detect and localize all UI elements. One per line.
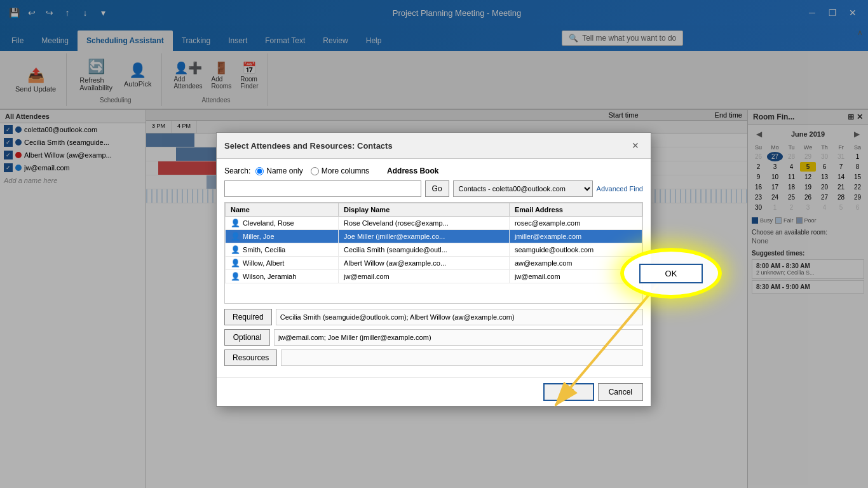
dialog-title: Select Attendees and Resources: Contacts	[224, 141, 393, 151]
contact-name-4: 👤Wilson, Jeramiah	[226, 270, 339, 283]
dialog-body: Search: Name only More columns Address B…	[217, 159, 651, 377]
resources-field-row: Resources	[224, 349, 643, 366]
dialog-close-button[interactable]: ✕	[628, 138, 643, 153]
address-book-header: Address Book	[387, 166, 438, 175]
radio-name-only-label: Name only	[266, 166, 302, 175]
table-row[interactable]: 👤Miller, Joe Joe Miller (jmiller@example…	[226, 230, 642, 243]
contact-name-0: 👤Cleveland, Rose	[226, 217, 339, 230]
dialog-overlay: Select Attendees and Resources: Contacts…	[0, 0, 868, 488]
select-attendees-dialog: Select Attendees and Resources: Contacts…	[216, 132, 651, 407]
search-row: Search: Name only More columns Address B…	[224, 166, 643, 175]
advanced-find-link[interactable]: Advanced Find	[597, 185, 643, 193]
radio-name-only[interactable]: Name only	[255, 166, 302, 175]
radio-more-columns[interactable]: More columns	[311, 166, 369, 175]
dialog-ok-button[interactable]: OK	[543, 383, 594, 401]
radio-more-columns-input[interactable]	[311, 167, 319, 175]
col-header-display: Display Name	[339, 203, 510, 217]
contact-display-2: Cecilia Smith (seamguide@outl...	[339, 243, 510, 257]
contacts-table: Name Display Name Email Address 👤Clevela…	[225, 203, 642, 283]
table-row[interactable]: 👤Cleveland, Rose Rose Cleveland (rosec@e…	[226, 217, 642, 230]
contact-name-3: 👤Willow, Albert	[226, 257, 339, 270]
resources-button[interactable]: Resources	[224, 349, 277, 366]
required-button[interactable]: Required	[224, 309, 272, 325]
search-radio-group: Name only More columns	[255, 166, 369, 175]
contacts-table-container: Name Display Name Email Address 👤Clevela…	[224, 202, 643, 304]
dialog-cancel-button[interactable]: Cancel	[598, 383, 643, 401]
contact-name-2: 👤Smith, Cecilia	[226, 243, 339, 257]
search-label: Search:	[224, 166, 250, 175]
required-field-input[interactable]	[276, 309, 643, 325]
attendee-field-rows: Required Optional Resources	[224, 309, 643, 366]
ok-spotlight-callout: OK	[620, 248, 722, 299]
optional-button[interactable]: Optional	[224, 329, 270, 346]
contact-display-4: jw@email.com	[339, 270, 510, 283]
spotlight-ring: OK	[620, 248, 722, 299]
optional-field-row: Optional	[224, 329, 643, 346]
go-button[interactable]: Go	[425, 180, 449, 197]
search-input[interactable]	[224, 180, 421, 197]
table-row[interactable]: 👤Willow, Albert Albert Willow (aw@exampl…	[226, 257, 642, 270]
contact-email-0: rosec@example.com	[509, 217, 642, 230]
radio-more-columns-label: More columns	[322, 166, 369, 175]
col-header-email: Email Address	[509, 203, 642, 217]
required-field-row: Required	[224, 309, 643, 325]
contact-display-3: Albert Willow (aw@example.co...	[339, 257, 510, 270]
table-row[interactable]: 👤Wilson, Jeramiah jw@email.com jw@email.…	[226, 270, 642, 283]
optional-field-input[interactable]	[274, 329, 643, 346]
table-row[interactable]: 👤Smith, Cecilia Cecilia Smith (seamguide…	[226, 243, 642, 257]
spotlight-ok-button[interactable]: OK	[639, 264, 703, 283]
contact-name-1: 👤Miller, Joe	[226, 230, 339, 243]
contact-display-1: Joe Miller (jmiller@example.co...	[339, 230, 510, 243]
radio-name-only-input[interactable]	[255, 167, 264, 175]
contact-email-1: jmiller@example.com	[509, 230, 642, 243]
contact-display-0: Rose Cleveland (rosec@examp...	[339, 217, 510, 230]
dialog-footer: OK Cancel	[217, 377, 651, 406]
resources-field-input[interactable]	[281, 349, 643, 366]
col-header-name: Name	[226, 203, 339, 217]
address-book-select[interactable]: Contacts - coletta00@outlook.com	[453, 180, 593, 197]
dialog-title-bar: Select Attendees and Resources: Contacts…	[217, 133, 651, 159]
search-input-row: Go Contacts - coletta00@outlook.com Adva…	[224, 180, 643, 197]
